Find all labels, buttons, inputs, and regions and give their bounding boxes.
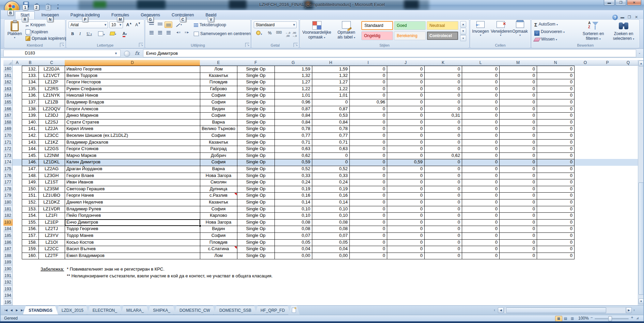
cell-F169[interactable]: Single Op [237,126,275,133]
cell-K172[interactable]: 0 [424,146,462,153]
cell-J182[interactable]: 0 [387,212,425,220]
cell-N184[interactable]: 0 [537,226,575,233]
format-cells-button[interactable]: Opmaak ▾ [511,21,529,37]
row-header-183[interactable]: 183 [3,219,13,226]
italic-button[interactable]: I [77,31,83,38]
row-header-180[interactable]: 180 [3,199,13,206]
cell-style-goed[interactable]: Goed [394,21,426,30]
ribbon-tab-start[interactable]: StartR [15,11,35,19]
cell-B182[interactable]: 154. [22,212,39,220]
cell-I185[interactable]: 0 [349,232,387,240]
cell-H169[interactable]: 0,78 [312,126,350,133]
cell-style-ongeldig[interactable]: Ongeldig [361,31,393,40]
zoom-in-icon[interactable]: + [630,315,634,321]
cell-F173[interactable]: Single Op [237,152,275,160]
align-center-button[interactable] [156,30,164,37]
name-box[interactable]: D183 [3,50,121,57]
cell-G186[interactable]: 0,05 [274,239,312,246]
cell-J161[interactable]: 0 [387,72,425,80]
cell-L161[interactable]: 0 [462,72,500,80]
cell-D160[interactable]: Ивайло Георгиев [65,66,200,73]
column-header-C[interactable]: C [38,60,65,66]
sheet-tab-domestic_ssb[interactable]: DOMESTIC_SSB [214,306,257,315]
cell-C182[interactable]: LZ1FI [38,212,65,220]
comma-style-button[interactable]: 000 [274,30,284,37]
cell-J174[interactable]: 0,59 [387,159,425,166]
gallery-scroll-down[interactable]: ▼ [460,28,466,34]
cell-F161[interactable]: Single Op [237,72,275,80]
first-sheet-icon[interactable]: I◀ [3,307,9,313]
page-break-view-button[interactable]: ▥ [569,316,576,322]
font-name-combo[interactable]: Arial▼ [68,21,108,28]
ribbon-tab-controleren[interactable]: ControlerenC [167,12,199,19]
cell-I186[interactable]: 0 [349,239,387,246]
orientation-button[interactable]: ▾ [174,21,184,28]
cell-B165[interactable]: 137. [22,99,39,106]
ribbon-tab-pagina-indeling[interactable]: Pagina-indelingP [65,12,105,19]
underline-button[interactable]: U ▾ [84,31,94,38]
cell-G160[interactable]: 1,59 [274,66,312,73]
cell-H161[interactable]: 1,32 [312,72,350,80]
cell-M183[interactable]: 0 [499,219,537,226]
number-format-combo[interactable]: Standaard▼ [254,21,297,28]
cell-H170[interactable]: 0,77 [312,132,350,140]
cell-M182[interactable]: 0 [499,212,537,220]
cell-M174[interactable]: 0 [499,159,537,166]
cell-G166[interactable]: 0,87 [274,106,312,113]
cell-I168[interactable]: 0 [349,119,387,126]
cell-K166[interactable]: 0 [424,106,462,113]
row-header-173[interactable]: 173 [3,152,13,160]
row-header-165[interactable]: 165 [3,99,13,106]
autosum-button[interactable]: ΣAutoSom ▾ [534,22,558,28]
cell-L171[interactable]: 0 [462,139,500,146]
cell-M168[interactable]: 0 [499,119,537,126]
cell-F174[interactable]: Single Op [237,159,275,166]
cell-M187[interactable]: 0 [499,246,537,253]
minimize-button[interactable]: ▬ [604,0,615,5]
row-header-171[interactable]: 171 [3,139,13,146]
cell-G164[interactable]: 1,01 [274,92,312,99]
cell-E166[interactable]: Видин [200,106,237,113]
cell-N170[interactable]: 0 [537,132,575,140]
cell-G172[interactable]: 0,63 [274,146,312,153]
name-box-dropdown-icon[interactable]: ▼ [114,52,117,55]
cell-B187[interactable]: 159. [22,246,39,253]
cell-K170[interactable]: 0 [424,132,462,140]
cell-G165[interactable]: 0,96 [274,99,312,106]
cell-style-berekening[interactable]: Berekening [394,31,426,40]
cell-J185[interactable]: 0 [387,232,425,240]
row-header-176[interactable]: 176 [3,173,13,180]
cell-G176[interactable]: 0,33 [274,173,312,180]
cell-N161[interactable]: 0 [537,72,575,80]
row-header-194[interactable]: 194 [3,292,13,300]
cell-J180[interactable]: 0 [387,199,425,206]
cell-D166[interactable]: Георги Алексов [65,106,200,113]
cell-F170[interactable]: Single Op [237,132,275,140]
cell-M178[interactable]: 0 [499,186,537,193]
cell-C162[interactable]: LZ1ZP [38,79,65,86]
row-header-179[interactable]: 179 [3,192,13,199]
cell-L169[interactable]: 0 [462,126,500,133]
cell-D162[interactable]: Георги Несторов [65,79,200,86]
sheet-tab-hf_qrp_fd[interactable]: HF_QRP_FD [255,306,290,315]
cell-L183[interactable]: 0 [462,219,500,226]
cell-F172[interactable]: Single Op [237,146,275,153]
column-header-J[interactable]: J [387,60,425,66]
insert-worksheet-tab[interactable]: ✳ [288,306,300,315]
cell-B183[interactable]: 155. [22,219,39,226]
cell-M181[interactable]: 0 [499,206,537,213]
cell-M175[interactable]: 0 [499,166,537,173]
cell-F171[interactable]: Single Op [237,139,275,146]
cell-J168[interactable]: 0 [387,119,425,126]
page-layout-view-button[interactable]: ▤ [562,316,569,322]
cell-M160[interactable]: 0 [499,66,537,73]
cell-M177[interactable]: 0 [499,179,537,186]
cell-I179[interactable]: 0 [349,192,387,199]
cell-M164[interactable]: 0 [499,92,537,99]
cell-J172[interactable]: 0 [387,146,425,153]
select-all-corner[interactable] [3,60,13,66]
cell-B174[interactable]: 146. [22,159,39,166]
cell-style-standaard[interactable]: Standaard [361,21,393,30]
cell-E164[interactable]: София [200,92,237,99]
cell-H179[interactable]: 0,16 [312,192,350,199]
